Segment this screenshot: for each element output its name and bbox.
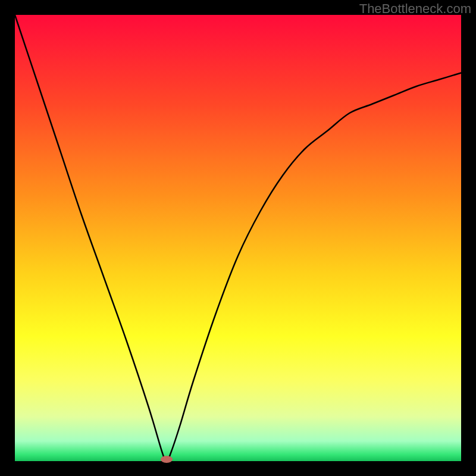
chart-frame: TheBottleneck.com — [0, 0, 476, 476]
bottleneck-chart — [0, 0, 476, 476]
attribution-text: TheBottleneck.com — [359, 1, 471, 17]
minimum-marker — [161, 456, 173, 463]
plot-background — [15, 15, 461, 461]
